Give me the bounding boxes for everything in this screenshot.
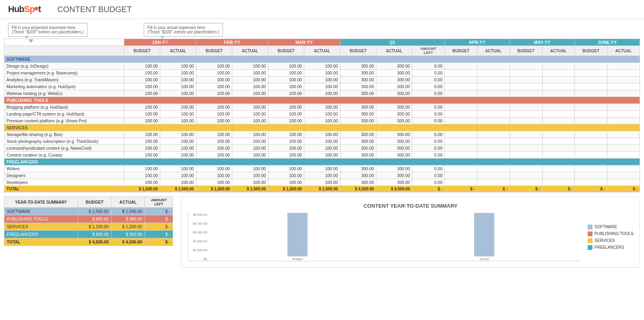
apr-actual-cell[interactable] <box>477 118 510 124</box>
q1-budget-cell[interactable]: 300.00 <box>340 90 376 97</box>
jan-budget-cell[interactable]: 100.00 <box>124 70 160 76</box>
jun-actual-cell[interactable] <box>607 165 640 172</box>
q1-left-cell[interactable]: 0.00 <box>412 165 445 172</box>
q1-actual-cell[interactable]: 300.00 <box>376 118 412 124</box>
apr-budget-cell[interactable] <box>445 152 477 159</box>
feb-budget-cell[interactable]: 100.00 <box>196 111 232 118</box>
row-label[interactable]: Writers <box>4 165 124 172</box>
may-actual-cell[interactable] <box>542 138 575 145</box>
jun-actual-cell[interactable] <box>607 90 640 97</box>
feb-actual-cell[interactable]: 100.00 <box>232 118 268 124</box>
apr-budget-cell[interactable] <box>445 131 477 138</box>
q1-budget-cell[interactable]: 300.00 <box>340 104 376 111</box>
mar-budget-cell[interactable]: 100.00 <box>268 172 304 179</box>
apr-budget-cell[interactable] <box>445 145 477 152</box>
feb-budget-cell[interactable]: 100.00 <box>196 83 232 90</box>
feb-actual-cell[interactable]: 100.00 <box>232 90 268 97</box>
feb-budget-cell[interactable]: 100.00 <box>196 90 232 97</box>
q1-budget-cell[interactable]: 300.00 <box>340 145 376 152</box>
jun-actual-cell[interactable] <box>607 111 640 118</box>
q1-budget-cell[interactable]: 300.00 <box>340 111 376 118</box>
apr-budget-cell[interactable] <box>445 83 477 90</box>
apr-actual-cell[interactable] <box>477 145 510 152</box>
q1-left-cell[interactable]: 0.00 <box>412 63 445 70</box>
mar-budget-cell[interactable]: 100.00 <box>268 179 304 186</box>
q1-left-cell[interactable]: 0.00 <box>412 118 445 124</box>
q1-budget-cell[interactable]: 300.00 <box>340 76 376 83</box>
apr-budget-cell[interactable] <box>445 172 477 179</box>
apr-actual-cell[interactable] <box>477 104 510 111</box>
jan-budget-cell[interactable]: 100.00 <box>124 165 160 172</box>
may-budget-cell[interactable] <box>510 70 542 76</box>
jun-actual-cell[interactable] <box>607 118 640 124</box>
may-budget-cell[interactable] <box>510 172 542 179</box>
jan-actual-cell[interactable]: 100.00 <box>160 76 196 83</box>
feb-actual-cell[interactable]: 100.00 <box>232 111 268 118</box>
q1-actual-cell[interactable]: 300.00 <box>376 83 412 90</box>
row-label[interactable]: Storage/file-sharing (e.g. Box) <box>4 131 124 138</box>
feb-actual-cell[interactable]: 100.00 <box>232 70 268 76</box>
feb-actual-cell[interactable]: 100.00 <box>232 83 268 90</box>
may-budget-cell[interactable] <box>510 83 542 90</box>
q1-actual-cell[interactable]: 300.00 <box>376 104 412 111</box>
q1-actual-cell[interactable]: 300.00 <box>376 131 412 138</box>
jan-budget-cell[interactable]: 100.00 <box>124 138 160 145</box>
q1-actual-cell[interactable]: 300.00 <box>376 70 412 76</box>
may-budget-cell[interactable] <box>510 63 542 70</box>
q1-left-cell[interactable]: 0.00 <box>412 152 445 159</box>
mar-actual-cell[interactable]: 100.00 <box>304 70 340 76</box>
q1-left-cell[interactable]: 0.00 <box>412 145 445 152</box>
may-budget-cell[interactable] <box>510 118 542 124</box>
may-actual-cell[interactable] <box>542 118 575 124</box>
jan-budget-cell[interactable]: 100.00 <box>124 104 160 111</box>
jun-actual-cell[interactable] <box>607 104 640 111</box>
q1-budget-cell[interactable]: 300.00 <box>340 70 376 76</box>
q1-actual-cell[interactable]: 300.00 <box>376 138 412 145</box>
jun-actual-cell[interactable] <box>607 152 640 159</box>
jun-budget-cell[interactable] <box>575 63 607 70</box>
feb-budget-cell[interactable]: 100.00 <box>196 152 232 159</box>
feb-budget-cell[interactable]: 100.00 <box>196 138 232 145</box>
mar-budget-cell[interactable]: 100.00 <box>268 131 304 138</box>
q1-actual-cell[interactable]: 300.00 <box>376 172 412 179</box>
q1-left-cell[interactable]: 0.00 <box>412 70 445 76</box>
feb-budget-cell[interactable]: 100.00 <box>196 70 232 76</box>
mar-actual-cell[interactable]: 100.00 <box>304 83 340 90</box>
q1-left-cell[interactable]: 0.00 <box>412 83 445 90</box>
jun-actual-cell[interactable] <box>607 179 640 186</box>
apr-actual-cell[interactable] <box>477 76 510 83</box>
jan-actual-cell[interactable]: 100.00 <box>160 83 196 90</box>
may-actual-cell[interactable] <box>542 179 575 186</box>
may-budget-cell[interactable] <box>510 104 542 111</box>
mar-actual-cell[interactable]: 100.00 <box>304 172 340 179</box>
may-budget-cell[interactable] <box>510 131 542 138</box>
mar-budget-cell[interactable]: 100.00 <box>268 104 304 111</box>
feb-actual-cell[interactable]: 100.00 <box>232 172 268 179</box>
jun-budget-cell[interactable] <box>575 104 607 111</box>
apr-actual-cell[interactable] <box>477 90 510 97</box>
jun-budget-cell[interactable] <box>575 179 607 186</box>
jan-budget-cell[interactable]: 100.00 <box>124 152 160 159</box>
apr-actual-cell[interactable] <box>477 111 510 118</box>
jan-budget-cell[interactable]: 100.00 <box>124 118 160 124</box>
mar-actual-cell[interactable]: 100.00 <box>304 179 340 186</box>
mar-budget-cell[interactable]: 100.00 <box>268 83 304 90</box>
jun-actual-cell[interactable] <box>607 172 640 179</box>
mar-actual-cell[interactable]: 100.00 <box>304 118 340 124</box>
mar-actual-cell[interactable]: 100.00 <box>304 63 340 70</box>
apr-actual-cell[interactable] <box>477 70 510 76</box>
mar-budget-cell[interactable]: 100.00 <box>268 165 304 172</box>
feb-actual-cell[interactable]: 100.00 <box>232 76 268 83</box>
may-actual-cell[interactable] <box>542 111 575 118</box>
mar-actual-cell[interactable]: 100.00 <box>304 104 340 111</box>
row-label[interactable]: Designers <box>4 172 124 179</box>
feb-actual-cell[interactable]: 100.00 <box>232 131 268 138</box>
feb-budget-cell[interactable]: 100.00 <box>196 179 232 186</box>
row-label[interactable]: Landing page/CTA system (e.g. HubSpot) <box>4 111 124 118</box>
jan-actual-cell[interactable]: 100.00 <box>160 131 196 138</box>
apr-actual-cell[interactable] <box>477 165 510 172</box>
mar-actual-cell[interactable]: 100.00 <box>304 90 340 97</box>
q1-budget-cell[interactable]: 300.00 <box>340 138 376 145</box>
feb-actual-cell[interactable]: 100.00 <box>232 152 268 159</box>
mar-budget-cell[interactable]: 100.00 <box>268 90 304 97</box>
